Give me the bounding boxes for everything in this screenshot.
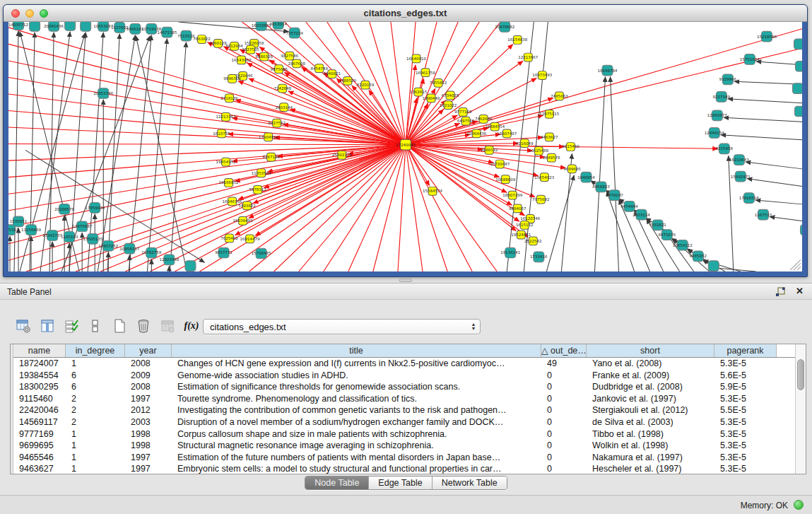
node-label: 8215958 [716,146,734,151]
node-label: 16640910 [406,57,427,61]
table-source-select[interactable]: citations_edges.txt ▲▼ [203,319,481,334]
column-header-out-de-[interactable]: △ out_de… [541,344,587,357]
node-label: 2522542 [524,239,541,243]
node-label: 15692971 [731,175,751,179]
node-label: 17016504 [739,196,760,200]
column-header-title[interactable]: title [172,344,541,357]
cell-pagerank: 5.3E-5 [714,452,777,464]
table-gear-icon[interactable] [14,317,33,335]
cell-name: 18724007 [13,358,66,370]
new-document-icon[interactable] [110,317,129,335]
function-fx-icon[interactable]: f(x) [182,317,201,335]
float-window-icon[interactable] [775,287,785,297]
node-label: 20364436 [466,132,487,136]
node-label: 8427552 [268,121,285,125]
node-label: 7975692 [532,197,549,201]
table-row[interactable]: 911546021997Tourette syndrome. Phenomeno… [13,393,795,405]
tab-network-table[interactable]: Network Table [433,477,507,489]
node-label: 8186328 [255,54,273,59]
table-row[interactable]: 969969511998Structural magnetic resonanc… [13,440,795,452]
graph-node[interactable] [65,22,76,30]
node-label: 17004918 [259,135,279,139]
node-label: 8471676 [658,233,676,237]
node-label: 6734028 [442,93,459,98]
cell-in-degree: 2 [66,404,125,416]
cell-pagerank: 5.3E-5 [714,358,777,370]
cell-short: Franke et al. (2009) [587,370,714,382]
graph-node[interactable] [794,106,802,117]
table-row[interactable]: 2242004622012Investigating the contribut… [13,404,795,416]
node-label: 13505135 [83,237,102,241]
table-row[interactable]: 1456911722003Disruption of a novel membe… [13,416,795,428]
table-row[interactable]: 1830029562008Estimation of significance … [13,381,795,393]
cell-year: 1997 [125,452,172,464]
column-header-year[interactable]: year [125,344,172,357]
table-scrollbar[interactable] [795,344,806,474]
cell-out-de-: 0 [541,428,587,440]
node-label: 17957252 [98,244,118,248]
scrollbar-thumb[interactable] [797,359,804,390]
node-label: 2933114 [632,213,650,217]
node-label: 20091436 [44,24,64,28]
column-header-name[interactable]: name [13,344,66,357]
cell-title: Tourette syndrome. Phenomenology and cla… [172,393,541,405]
network-window-titlebar[interactable]: citations_edges.txt [4,5,807,22]
graph-node[interactable] [708,261,719,271]
node-label: 7357224 [286,31,303,35]
node-label: 16210643 [729,158,750,162]
node-label: 2803144 [275,105,293,110]
graph-node[interactable] [185,261,196,271]
rows-icon[interactable] [86,317,105,335]
table-column-icon[interactable] [38,317,57,335]
canvas-resize-grip[interactable] [790,259,801,270]
node-label: 12975115 [539,112,559,116]
column-header-in-degree[interactable]: in_degree [66,344,125,357]
node-label: 16033803 [252,23,272,28]
checklist-icon[interactable] [62,317,81,335]
node-label: 9875685 [270,67,287,71]
network-canvas[interactable]: 1724004589601288912934152260589827505818… [8,22,802,271]
node-label: 9329966 [719,77,737,81]
cell-year: 2008 [125,358,172,370]
table-row[interactable]: 1872400712008Changes of HCN gene express… [13,358,795,370]
column-header-pagerank[interactable]: pagerank [714,344,777,357]
node-label: 16782759 [141,251,162,255]
trash-icon[interactable] [134,317,153,335]
node-label: 8220159 [357,83,375,87]
cell-short: Tibbo et al. (1998) [587,428,714,440]
table-row[interactable]: 1938455462009Genome-wide association stu… [13,370,795,382]
node-label: 1167533 [755,213,772,217]
node-label: 1990448 [423,96,440,100]
cell-in-degree: 1 [66,452,125,464]
tab-node-table[interactable]: Node Table [305,477,369,489]
table-row[interactable]: 946362711997Embryonic stem cells: a mode… [13,463,795,474]
node-label: 1527602 [111,25,128,30]
graph-node[interactable] [794,39,802,49]
cell-name: 19384554 [13,370,66,382]
node-label: 7242848 [273,86,291,90]
graph-node[interactable] [792,83,802,94]
node-label: 16914479 [240,237,261,241]
table-row[interactable]: 946554611997Estimation of the future num… [13,452,795,464]
cell-in-degree: 1 [66,463,125,474]
graph-node[interactable] [800,225,802,235]
cell-out-de-: 0 [541,416,587,428]
node-label: 7485063 [551,94,568,98]
cell-year: 2003 [125,416,172,428]
node-label: 17240045 [396,143,416,147]
graph-node[interactable] [795,61,802,71]
cell-in-degree: 6 [66,370,125,382]
node-label: 11353594 [252,171,272,175]
node-label: 6479197 [606,193,623,197]
panel-splitter-handle[interactable] [399,279,412,282]
graph-node[interactable] [30,22,40,31]
table-row[interactable]: 977716911998Corpus callosum shape and si… [13,428,795,440]
graph-node[interactable] [81,22,91,31]
close-panel-icon[interactable]: ✕ [796,286,804,296]
cell-short: Wolkin et al. (1998) [587,440,714,452]
column-header-short[interactable]: short [587,344,714,357]
cell-title: Changes of HCN gene expression and I(f) … [172,358,541,370]
memory-status-label: Memory: OK [741,501,788,510]
cell-short: Stergiakouli et al. (2012) [587,404,714,416]
tab-edge-table[interactable]: Edge Table [369,477,432,489]
